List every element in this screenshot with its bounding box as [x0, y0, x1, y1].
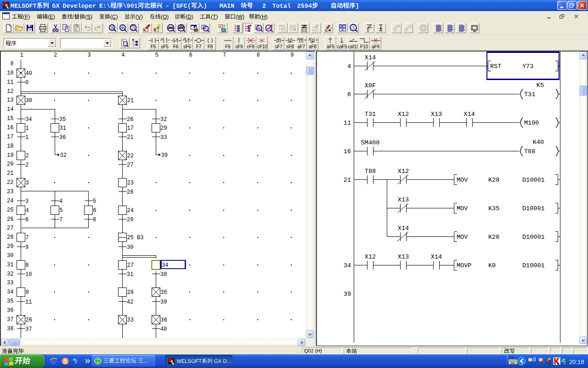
svg-text:5: 5: [93, 198, 96, 205]
svg-text:RST: RST: [490, 63, 501, 70]
svg-text:27: 27: [127, 262, 134, 269]
svg-text:1: 1: [20, 52, 23, 58]
svg-text:MOV: MOV: [457, 205, 468, 212]
svg-text:35: 35: [59, 116, 66, 123]
svg-text:MOVP: MOVP: [457, 262, 471, 269]
svg-text:21: 21: [127, 98, 134, 104]
svg-text:14: 14: [7, 106, 13, 113]
svg-text:D10001: D10001: [522, 177, 545, 184]
svg-text:1: 1: [25, 134, 28, 141]
svg-text:2: 2: [25, 162, 28, 168]
svg-text:X13: X13: [398, 253, 409, 260]
svg-text:29: 29: [161, 125, 167, 132]
svg-text:9: 9: [290, 52, 294, 58]
svg-text:35: 35: [7, 298, 13, 305]
svg-text:22: 22: [127, 153, 134, 159]
svg-text:T31: T31: [365, 111, 376, 118]
svg-text:28: 28: [127, 189, 133, 196]
svg-text:25: 25: [7, 207, 13, 213]
svg-text:13: 13: [7, 97, 13, 104]
svg-text:3: 3: [26, 180, 29, 186]
svg-text:6: 6: [347, 91, 351, 98]
svg-text:33: 33: [127, 317, 134, 323]
svg-text:36: 36: [7, 307, 13, 314]
svg-text:0: 0: [25, 80, 28, 86]
svg-text:32: 32: [7, 271, 13, 277]
svg-text:D10001: D10001: [522, 234, 545, 241]
svg-text:5: 5: [60, 207, 63, 214]
svg-text:24: 24: [7, 198, 13, 204]
svg-text:SM400: SM400: [361, 139, 380, 146]
svg-text:4: 4: [347, 63, 351, 70]
svg-text:X14: X14: [431, 253, 442, 260]
svg-text:34: 34: [7, 289, 13, 295]
svg-text:T88: T88: [524, 148, 535, 155]
svg-text:X13: X13: [398, 196, 409, 203]
svg-text:37: 37: [7, 316, 13, 323]
svg-text:34: 34: [344, 262, 351, 269]
svg-text:38: 38: [160, 271, 167, 278]
svg-text:3: 3: [88, 52, 91, 58]
svg-text:6: 6: [93, 207, 96, 214]
svg-text:40: 40: [26, 70, 32, 77]
svg-text:X12: X12: [398, 168, 409, 175]
svg-text:D10001: D10001: [522, 262, 545, 269]
svg-text:25 B3: 25 B3: [127, 235, 144, 241]
svg-text:2: 2: [26, 153, 29, 159]
svg-text:16: 16: [344, 148, 351, 155]
svg-text:30: 30: [127, 244, 133, 251]
svg-text:19: 19: [7, 152, 13, 159]
svg-text:6: 6: [25, 217, 28, 223]
svg-text:17: 17: [127, 125, 134, 132]
svg-text:1: 1: [26, 125, 29, 132]
svg-text:33: 33: [160, 134, 167, 141]
svg-text:40: 40: [160, 326, 167, 333]
svg-text:X14: X14: [398, 225, 409, 232]
svg-text:36: 36: [59, 134, 66, 141]
svg-text:6: 6: [189, 52, 192, 58]
svg-text:22: 22: [7, 179, 13, 186]
svg-text:11: 11: [344, 120, 351, 126]
svg-text:8: 8: [93, 217, 96, 223]
svg-text:5: 5: [155, 52, 158, 58]
svg-text:15: 15: [7, 115, 13, 122]
svg-text:16: 16: [7, 125, 13, 131]
svg-text:X13: X13: [431, 111, 442, 118]
svg-text:7: 7: [223, 52, 226, 58]
svg-text:10: 10: [7, 70, 13, 76]
svg-text:26: 26: [26, 317, 32, 323]
svg-text:31: 31: [7, 262, 13, 268]
svg-text:18: 18: [7, 143, 13, 150]
svg-text:11: 11: [7, 79, 13, 86]
svg-text:123: 123: [131, 27, 136, 30]
svg-text:D10001: D10001: [522, 205, 545, 212]
svg-text:9: 9: [10, 61, 13, 67]
svg-text:34: 34: [162, 262, 168, 269]
svg-text:36: 36: [161, 317, 167, 323]
svg-text:39: 39: [344, 291, 351, 298]
svg-text:10: 10: [25, 271, 32, 278]
svg-text:T31: T31: [524, 91, 535, 98]
svg-text:K26: K26: [488, 234, 499, 241]
svg-text:28: 28: [7, 234, 13, 241]
svg-text:4: 4: [121, 52, 124, 58]
svg-text:28: 28: [127, 289, 134, 296]
svg-text:X12: X12: [398, 111, 409, 118]
svg-text:3: 3: [25, 198, 28, 205]
svg-text:35: 35: [161, 289, 167, 296]
svg-text:32: 32: [160, 116, 167, 123]
svg-text:29: 29: [7, 243, 13, 250]
svg-text:8: 8: [26, 262, 29, 269]
svg-text:8: 8: [257, 52, 260, 58]
svg-text:37: 37: [25, 326, 32, 333]
svg-text:K5: K5: [537, 82, 544, 89]
svg-text:38: 38: [7, 326, 13, 332]
svg-text:M100: M100: [524, 120, 539, 126]
svg-text:29: 29: [127, 217, 133, 223]
svg-text:26: 26: [7, 216, 13, 223]
svg-text:9: 9: [26, 289, 29, 296]
svg-text:Y73: Y73: [522, 63, 533, 70]
svg-text:17: 17: [7, 134, 13, 140]
svg-text:4: 4: [59, 198, 62, 205]
svg-text:K0: K0: [488, 262, 496, 269]
